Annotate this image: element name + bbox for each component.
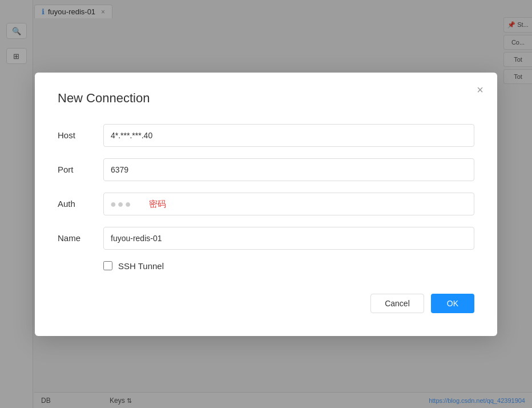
ssh-tunnel-checkbox[interactable] bbox=[103, 261, 112, 270]
ssh-tunnel-label: SSH Tunnel bbox=[118, 261, 164, 271]
host-input[interactable] bbox=[103, 124, 474, 147]
modal-footer: Cancel OK bbox=[58, 294, 474, 313]
ssh-tunnel-row: SSH Tunnel bbox=[103, 261, 474, 271]
ok-button[interactable]: OK bbox=[431, 294, 474, 313]
host-row: Host bbox=[58, 124, 474, 147]
port-label: Port bbox=[58, 165, 103, 174]
auth-row: Auth ●●● 密码 bbox=[58, 193, 474, 215]
auth-input-wrapper: ●●● 密码 bbox=[103, 193, 474, 215]
name-label: Name bbox=[58, 233, 103, 243]
auth-label: Auth bbox=[58, 199, 103, 209]
modal-title: New Connection bbox=[58, 91, 474, 106]
name-input[interactable] bbox=[103, 227, 474, 250]
cancel-button[interactable]: Cancel bbox=[370, 294, 424, 313]
new-connection-modal: × New Connection Host Port Auth ●●● 密码 N… bbox=[35, 73, 497, 336]
port-row: Port bbox=[58, 158, 474, 181]
modal-close-button[interactable]: × bbox=[477, 84, 483, 95]
host-label: Host bbox=[58, 130, 103, 140]
auth-input[interactable] bbox=[103, 193, 474, 215]
name-row: Name bbox=[58, 227, 474, 250]
port-input[interactable] bbox=[103, 158, 474, 181]
modal-overlay: × New Connection Host Port Auth ●●● 密码 N… bbox=[0, 0, 532, 408]
